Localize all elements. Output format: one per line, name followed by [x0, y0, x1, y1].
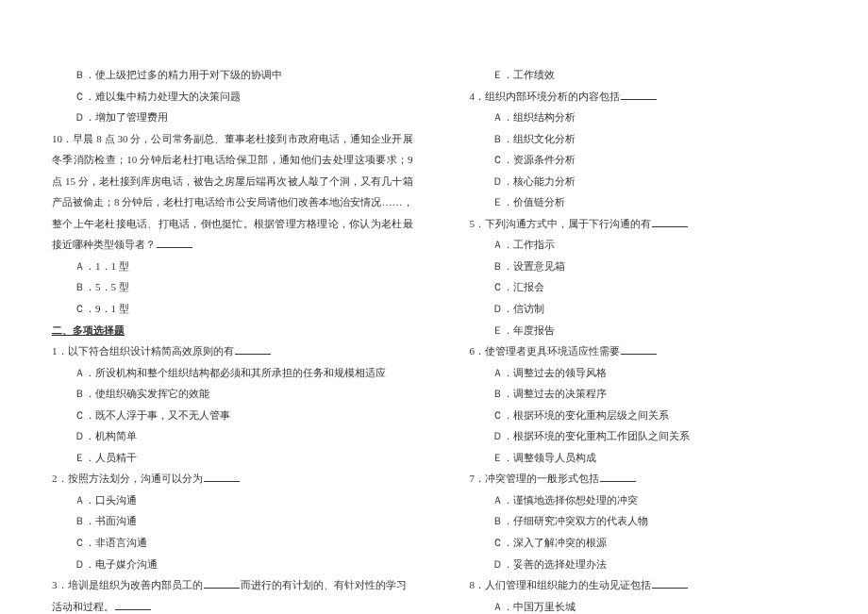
m2-option-a: Ａ．口头沟通	[52, 490, 413, 511]
q10-option-b: Ｂ．5．5 型	[52, 276, 413, 298]
m7-option-b: Ｂ．仔细研究冲突双方的代表人物	[470, 510, 831, 532]
m5-option-b: Ｂ．设置意见箱	[470, 256, 831, 277]
left-column: Ｂ．使上级把过多的精力用于对下级的协调中 Ｃ．难以集中精力处理大的决策问题 Ｄ．…	[0, 0, 432, 614]
m1-option-e: Ｅ．人员精干	[52, 447, 413, 469]
m5-option-a: Ａ．工作指示	[470, 234, 831, 256]
m6-option-b: Ｂ．调整过去的决策程序	[470, 383, 831, 405]
m6-option-c: Ｃ．根据环境的变化重构层级之间关系	[470, 405, 831, 426]
blank	[652, 579, 688, 589]
m4-stem-text: 4．组织内部环境分析的内容包括	[470, 91, 621, 102]
m7-option-c: Ｃ．深入了解冲突的根源	[470, 532, 831, 554]
q9-option-c: Ｃ．难以集中精力处理大的决策问题	[52, 86, 413, 108]
m5-stem: 5．下列沟通方式中，属于下行沟通的有	[470, 213, 831, 235]
blank	[600, 473, 636, 483]
m7-option-d: Ｄ．妥善的选择处理办法	[470, 554, 831, 575]
m5-option-c: Ｃ．汇报会	[470, 276, 831, 298]
m4-option-a: Ａ．组织结构分析	[470, 107, 831, 128]
blank	[204, 579, 240, 589]
m4-option-d: Ｄ．核心能力分析	[470, 171, 831, 192]
m7-option-a: Ａ．谨慎地选择你想处理的冲突	[470, 490, 831, 511]
blank	[652, 218, 688, 227]
q10-stem-text: 10．早晨 8 点 30 分，公司常务副总、董事老杜接到市政府电话，通知企业开展…	[52, 133, 413, 251]
q10-option-c: Ｃ．9．1 型	[52, 298, 413, 320]
m6-stem: 6．使管理者更具环境适应性需要	[470, 340, 831, 362]
q10-stem: 10．早晨 8 点 30 分，公司常务副总、董事老杜接到市政府电话，通知企业开展…	[52, 128, 413, 256]
m2-option-c: Ｃ．非语言沟通	[52, 532, 413, 554]
q10-option-a: Ａ．1．1 型	[52, 256, 413, 277]
m6-stem-text: 6．使管理者更具环境适应性需要	[470, 345, 621, 357]
m8-stem-text: 8．人们管理和组织能力的生动见证包括	[470, 579, 652, 590]
m1-stem-text: 1．以下符合组织设计精简高效原则的有	[52, 345, 234, 357]
m1-option-d: Ｄ．机构简单	[52, 425, 413, 447]
m8-stem: 8．人们管理和组织能力的生动见证包括	[470, 574, 831, 596]
m7-stem: 7．冲突管理的一般形式包括	[470, 468, 831, 490]
section-2-title: 二、多项选择题	[52, 320, 413, 341]
q9-option-d: Ｄ．增加了管理费用	[52, 107, 413, 128]
m3-option-e: Ｅ．工作绩效	[470, 64, 831, 86]
blank	[621, 345, 657, 355]
m2-option-d: Ｄ．电子媒介沟通	[52, 554, 413, 575]
m3-stem: 3．培训是组织为改善内部员工的而进行的有计划的、有针对性的学习活动和过程。	[52, 574, 413, 614]
m6-option-a: Ａ．调整过去的领导风格	[470, 362, 831, 384]
m4-stem: 4．组织内部环境分析的内容包括	[470, 86, 831, 108]
m5-option-e: Ｅ．年度报告	[470, 320, 831, 341]
blank	[115, 601, 151, 610]
m4-option-e: Ｅ．价值链分析	[470, 191, 831, 213]
m2-option-b: Ｂ．书面沟通	[52, 510, 413, 532]
m3-stem-pre: 3．培训是组织为改善内部员工的	[52, 579, 203, 590]
m4-option-b: Ｂ．组织文化分析	[470, 128, 831, 150]
q9-option-b: Ｂ．使上级把过多的精力用于对下级的协调中	[52, 64, 413, 86]
blank	[204, 473, 240, 483]
m7-stem-text: 7．冲突管理的一般形式包括	[470, 473, 600, 484]
m2-stem: 2．按照方法划分，沟通可以分为	[52, 468, 413, 490]
m6-option-d: Ｄ．根据环境的变化重构工作团队之间关系	[470, 425, 831, 447]
two-column-layout: Ｂ．使上级把过多的精力用于对下级的协调中 Ｃ．难以集中精力处理大的决策问题 Ｄ．…	[0, 0, 868, 614]
m1-option-c: Ｃ．既不人浮于事，又不无人管事	[52, 405, 413, 426]
m4-option-c: Ｃ．资源条件分析	[470, 149, 831, 171]
m6-option-e: Ｅ．调整领导人员构成	[470, 447, 831, 469]
blank	[235, 345, 271, 355]
blank	[621, 91, 657, 100]
m5-stem-text: 5．下列沟通方式中，属于下行沟通的有	[470, 218, 652, 229]
m5-option-d: Ｄ．信访制	[470, 298, 831, 320]
right-column: Ｅ．工作绩效 4．组织内部环境分析的内容包括 Ａ．组织结构分析 Ｂ．组织文化分析…	[432, 0, 869, 614]
blank	[157, 239, 192, 248]
m1-option-b: Ｂ．使组织确实发挥它的效能	[52, 383, 413, 405]
m8-option-a: Ａ．中国万里长城	[470, 596, 831, 614]
m2-stem-text: 2．按照方法划分，沟通可以分为	[52, 473, 203, 484]
m1-stem: 1．以下符合组织设计精简高效原则的有	[52, 340, 413, 362]
m1-option-a: Ａ．所设机构和整个组织结构都必须和其所承担的任务和规模相适应	[52, 362, 413, 384]
